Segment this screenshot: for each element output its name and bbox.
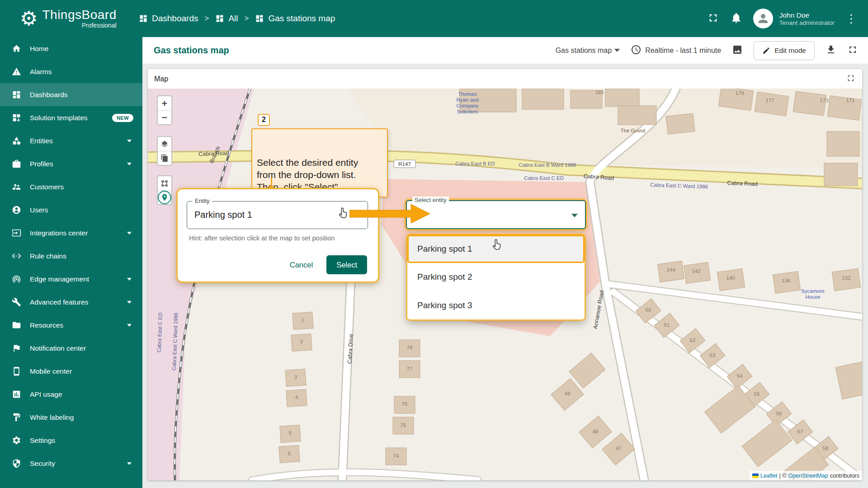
user-role: Tenant administrator [779, 19, 835, 26]
sidebar-item-entities[interactable]: Entities [0, 129, 142, 152]
dropdown-option-parking-spot-2[interactable]: Parking spot 2 [407, 263, 585, 291]
mobile-icon [12, 366, 21, 376]
map-widget-card: Map 185179177173171144142140136132505152… [148, 69, 862, 480]
cancel-button[interactable]: Cancel [290, 261, 313, 269]
dropdown-caret-icon [571, 214, 578, 217]
step-number-badge: 2 [258, 114, 270, 126]
sidebar-item-edge-management[interactable]: Edge management [0, 267, 142, 291]
sidebar-item-settings[interactable]: Settings [0, 429, 142, 452]
sidebar-item-profiles[interactable]: Profiles [0, 152, 142, 175]
resources-folder-icon [12, 320, 21, 330]
sidebar-item-users[interactable]: Users [0, 198, 142, 221]
breadcrumb-label: All [228, 14, 238, 23]
sidebar-item-resources[interactable]: Resources [0, 314, 142, 337]
widget-title: Map [154, 75, 168, 83]
caret-down-icon [614, 49, 620, 52]
entity-field-value: Parking spot 1 [187, 202, 368, 228]
sidebar-item-mobile-center[interactable]: Mobile center [0, 360, 142, 383]
sidebar-item-advanced-features[interactable]: Advanced features [0, 291, 142, 314]
breadcrumb-label: Dashboards [152, 14, 198, 23]
chevron-down-icon [127, 324, 132, 327]
entity-field-label: Entity [193, 197, 212, 204]
user-avatar[interactable] [753, 9, 773, 28]
brand-subtitle: Professional [82, 22, 117, 29]
customers-icon [12, 182, 21, 192]
osm-link[interactable]: OpenStreetMap [788, 473, 828, 479]
layers-tool-button[interactable] [158, 137, 171, 151]
settings-gear-icon [12, 436, 21, 445]
chevron-down-icon [127, 140, 132, 142]
image-export-button[interactable] [732, 44, 743, 57]
brand-name: ThingsBoard [42, 8, 116, 21]
select-area-tool-button[interactable] [158, 176, 171, 190]
leaflet-map[interactable]: 1851791771731711441421401361325051525354… [148, 89, 862, 480]
sidebar-item-alarms[interactable]: Alarms [0, 60, 142, 83]
user-name: John Doe [779, 11, 835, 19]
map-tools-group-1 [157, 136, 172, 166]
zoom-in-button[interactable]: + [158, 96, 171, 110]
place-map-item-tool-button[interactable] [158, 190, 171, 204]
warning-icon [12, 67, 21, 76]
toolbar-fullscreen-button[interactable] [847, 44, 858, 57]
notifications-bell-button[interactable] [730, 12, 742, 26]
chevron-down-icon [127, 462, 132, 465]
zoom-out-button[interactable]: − [158, 110, 171, 124]
sidebar-item-dashboards[interactable]: Dashboards [0, 83, 142, 106]
timewindow-button[interactable]: Realtime - last 1 minute [631, 44, 721, 57]
copy-view-tool-button[interactable] [158, 151, 171, 165]
sidebar-item-notification-center[interactable]: Notification center [0, 337, 142, 360]
layers-icon [160, 140, 169, 148]
dropdown-option-parking-spot-3[interactable]: Parking spot 3 [407, 291, 585, 319]
clock-icon [631, 44, 642, 57]
chevron-down-icon [127, 301, 132, 304]
chevron-down-icon [127, 232, 132, 235]
breadcrumb: Dashboards > All > Gas stations map [139, 14, 335, 23]
edit-mode-button[interactable]: Edit mode [754, 41, 815, 60]
leaflet-link[interactable]: Leaflet [760, 473, 778, 479]
sidebar-item-api-usage[interactable]: API usage [0, 383, 142, 406]
widget-fullscreen-button[interactable] [846, 73, 856, 85]
dashboard-icon [255, 14, 264, 23]
white-labeling-paint-icon [12, 413, 21, 422]
select-entity-label: Select entity [412, 197, 449, 203]
integrations-icon [12, 228, 21, 238]
sidebar-item-white-labeling[interactable]: White labeling [0, 406, 142, 429]
brand-logo[interactable]: ⚙ ThingsBoard Professional [0, 8, 139, 28]
users-icon [12, 205, 21, 215]
home-icon [12, 44, 21, 53]
entities-icon [12, 136, 21, 145]
sidebar-item-integrations-center[interactable]: Integrations center [0, 221, 142, 244]
sidebar-item-solution-templates[interactable]: Solution templates NEW [0, 106, 142, 129]
dashboard-icon [139, 14, 148, 23]
breadcrumb-separator: > [245, 14, 249, 23]
chevron-down-icon [127, 278, 132, 281]
breadcrumb-current[interactable]: Gas stations map [255, 14, 335, 23]
sidebar-item-rule-chains[interactable]: Rule chains [0, 244, 142, 267]
select-button[interactable]: Select [326, 255, 367, 274]
advanced-features-icon [12, 297, 21, 307]
download-button[interactable] [826, 44, 836, 57]
dropdown-option-parking-spot-1[interactable]: Parking spot 1 [407, 235, 585, 263]
sidebar-item-customers[interactable]: Customers [0, 175, 142, 198]
solution-templates-icon [12, 113, 21, 122]
sidebar-item-home[interactable]: Home [0, 37, 142, 60]
new-badge: NEW [112, 114, 133, 122]
dashboard-select[interactable]: Gas stations map [556, 47, 620, 55]
thingsboard-app: ⚙ ThingsBoard Professional Dashboards > … [0, 0, 868, 488]
entity-field[interactable]: Entity Parking spot 1 [187, 201, 368, 229]
dropdown-options-panel: Parking spot 1 Parking spot 2 Parking sp… [407, 235, 585, 319]
map-tools-group-2 [157, 175, 172, 205]
copy-icon [160, 154, 169, 162]
dashboard-icon [215, 14, 224, 23]
ukraine-flag-icon [752, 474, 759, 478]
select-entity-dropdown[interactable]: Select entity [406, 200, 586, 229]
entity-dialog-hint: Hint: after selection click at the map t… [189, 235, 335, 242]
fullscreen-button[interactable] [707, 12, 719, 26]
breadcrumb-all[interactable]: All [215, 14, 238, 23]
kebab-menu-icon[interactable]: ⋮ [845, 13, 857, 24]
map-attribution: Leaflet | © OpenStreetMap contributors [750, 471, 862, 480]
sidebar-item-security[interactable]: Security [0, 452, 142, 475]
top-header: ⚙ ThingsBoard Professional Dashboards > … [0, 0, 868, 37]
breadcrumb-dashboards[interactable]: Dashboards [139, 14, 198, 23]
breadcrumb-label: Gas stations map [268, 14, 335, 23]
